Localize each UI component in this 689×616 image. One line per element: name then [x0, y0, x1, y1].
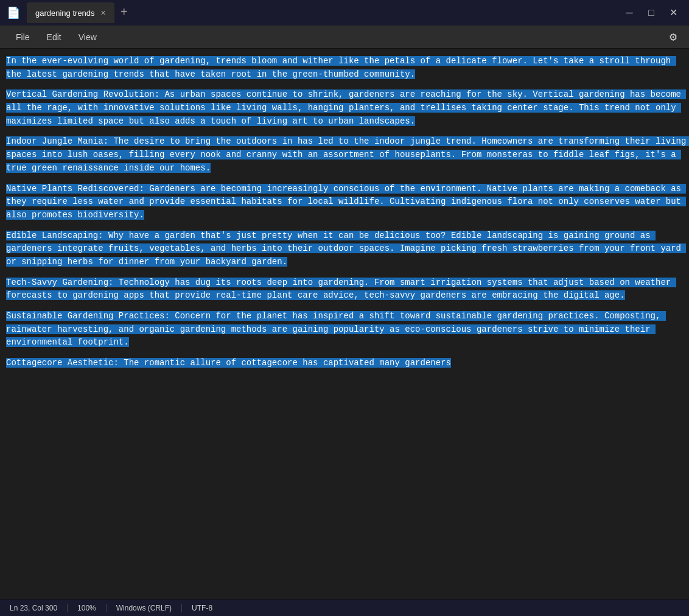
new-tab-button[interactable]: +	[114, 7, 134, 19]
close-tab-button[interactable]: ×	[101, 9, 106, 17]
empty-line	[6, 305, 687, 310]
settings-icon[interactable]: ⚙	[665, 27, 682, 47]
statusbar: Ln 23, Col 300 100% Windows (CRLF) UTF-8	[0, 599, 689, 616]
line-ending: Windows (CRLF)	[107, 604, 182, 612]
selected-text: Native Plants Rediscovered: Gardeners ar…	[6, 184, 686, 220]
selected-text: Tech-Savvy Gardening: Technology has dug…	[6, 278, 676, 301]
minimize-button[interactable]: ─	[623, 8, 635, 18]
empty-line	[6, 271, 687, 276]
empty-line	[6, 83, 687, 88]
close-window-button[interactable]: ✕	[667, 8, 679, 18]
edit-menu[interactable]: Edit	[38, 29, 70, 46]
selected-text: Sustainable Gardening Practices: Concern…	[6, 311, 666, 347]
encoding: UTF-8	[182, 604, 222, 612]
selected-text: Indoor Jungle Mania: The desire to bring…	[6, 136, 689, 172]
view-menu[interactable]: View	[70, 29, 105, 46]
zoom-level: 100%	[68, 604, 107, 612]
text-paragraph: In the ever-evolving world of gardening,…	[6, 55, 687, 81]
selected-text: In the ever-evolving world of gardening,…	[6, 56, 676, 79]
text-paragraph: Cottagecore Aesthetic: The romantic allu…	[6, 357, 687, 370]
tab-container: gardening trends × +	[27, 2, 623, 23]
empty-line	[6, 178, 687, 183]
text-paragraph: Indoor Jungle Mania: The desire to bring…	[6, 135, 687, 175]
window-controls: ─ □ ✕	[623, 8, 684, 18]
text-paragraph: Tech-Savvy Gardening: Technology has dug…	[6, 276, 687, 303]
selected-text: Cottagecore Aesthetic: The romantic allu…	[6, 358, 451, 368]
active-tab[interactable]: gardening trends ×	[27, 2, 114, 23]
text-paragraph: Vertical Gardening Revolution: As urban …	[6, 88, 687, 128]
empty-line	[6, 225, 687, 229]
selected-text: Edible Landscaping: Why have a garden th…	[6, 231, 686, 267]
titlebar: 📄 gardening trends × + ─ □ ✕	[0, 0, 689, 26]
cursor-position: Ln 23, Col 300	[10, 604, 68, 612]
text-paragraph: Sustainable Gardening Practices: Concern…	[6, 310, 687, 349]
empty-line	[6, 352, 687, 357]
selected-text: Vertical Gardening Revolution: As urban …	[6, 89, 686, 125]
file-menu[interactable]: File	[7, 29, 38, 46]
empty-line	[6, 130, 687, 135]
text-paragraph: Edible Landscaping: Why have a garden th…	[6, 229, 687, 269]
tab-title: gardening trends	[35, 9, 95, 18]
maximize-button[interactable]: □	[645, 8, 657, 18]
app-icon: 📄	[5, 4, 22, 21]
text-paragraph: Native Plants Rediscovered: Gardeners ar…	[6, 183, 687, 222]
menubar: File Edit View ⚙	[0, 26, 689, 49]
editor-area[interactable]: In the ever-evolving world of gardening,…	[0, 49, 689, 599]
